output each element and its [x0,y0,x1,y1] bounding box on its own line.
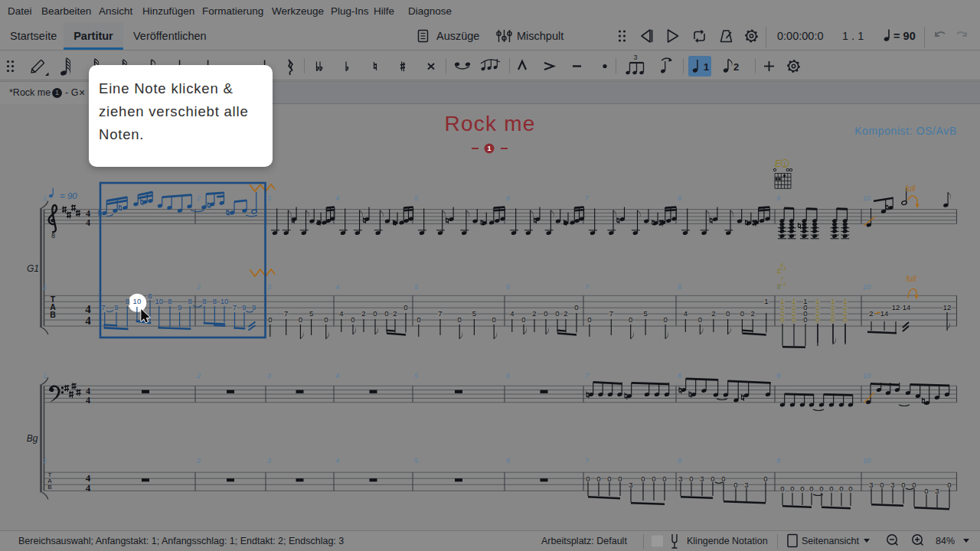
svg-text:6: 6 [506,372,510,380]
svg-text:7: 7 [438,309,442,318]
svg-text:0: 0 [721,474,725,483]
svg-text:8: 8 [202,297,206,305]
svg-text:B: B [50,310,56,319]
svg-text:4: 4 [510,309,514,318]
svg-text:10: 10 [133,297,142,305]
svg-text:0: 0 [698,315,702,324]
svg-text:1: 1 [487,145,491,152]
svg-text:0: 0 [521,315,525,324]
svg-text:8: 8 [213,297,217,305]
svg-text:0: 0 [324,315,328,324]
svg-text:0: 0 [912,481,916,489]
svg-text:G1: G1 [27,263,39,274]
svg-text:3: 3 [744,481,748,489]
svg-text:3: 3 [869,481,873,489]
svg-text:full: full [906,184,916,193]
svg-text:0: 0 [947,481,951,489]
svg-text:2: 2 [711,309,715,318]
svg-text:3: 3 [700,474,704,483]
svg-text:8: 8 [678,372,681,380]
svg-text:4: 4 [86,395,90,406]
svg-text:8: 8 [51,232,55,240]
svg-text:0: 0 [586,474,590,483]
svg-text:Bg: Bg [27,433,38,444]
svg-text:10: 10 [863,283,871,291]
svg-text:0: 0 [662,474,666,483]
svg-text:0: 0 [790,484,794,493]
svg-text:5: 5 [414,283,419,291]
svg-text:0: 0 [618,474,622,483]
svg-text:2: 2 [751,309,755,318]
svg-text:8: 8 [678,283,681,291]
svg-text:7: 7 [585,372,590,380]
svg-text:0: 0 [574,303,578,311]
svg-text:0: 0 [843,315,847,324]
svg-text:10: 10 [220,297,229,305]
svg-text:0: 0 [384,309,388,318]
svg-text:2: 2 [869,309,873,318]
svg-text:0: 0 [641,474,645,483]
svg-text:0: 0 [299,315,302,324]
svg-text:8: 8 [126,297,129,305]
svg-text:8: 8 [678,194,681,202]
svg-text:4: 4 [339,309,343,318]
svg-text:9: 9 [776,457,780,465]
svg-text:5: 5 [414,372,419,380]
svg-text:0: 0 [829,484,833,493]
svg-text:7: 7 [101,303,105,311]
svg-text:2: 2 [393,309,397,318]
svg-text:9: 9 [776,372,780,380]
svg-text:0: 0 [629,315,632,324]
svg-text:1: 1 [704,61,709,73]
svg-text:2: 2 [196,372,201,380]
svg-text:7: 7 [780,276,784,282]
svg-text:3: 3 [783,266,786,271]
svg-text:1: 1 [43,372,47,380]
svg-text:9: 9 [178,303,181,311]
svg-text:Rock me: Rock me [445,112,536,135]
svg-text:8: 8 [148,292,152,300]
svg-text:0: 0 [663,315,667,324]
svg-text:3: 3 [633,54,637,61]
svg-text:0: 0 [839,484,843,493]
svg-text:7: 7 [585,283,590,291]
svg-text:12: 12 [943,303,952,311]
svg-text:2: 2 [733,61,739,73]
svg-text:8: 8 [168,297,172,305]
svg-text:0: 0 [880,481,884,489]
svg-text:0: 0 [809,484,813,493]
svg-text:3: 3 [267,194,271,202]
svg-text:8: 8 [678,457,681,465]
svg-text:0: 0 [901,481,905,489]
svg-text:4: 4 [335,283,339,291]
svg-text:1: 1 [43,457,47,465]
svg-text:5: 5 [309,309,313,318]
svg-text:3: 3 [267,372,271,380]
svg-text:5: 5 [472,309,476,318]
svg-text:2: 2 [196,194,201,202]
svg-text:0: 0 [351,315,354,324]
svg-text:0: 0 [733,481,737,489]
svg-text:4: 4 [85,303,91,315]
svg-text:Komponist: OS/AvB: Komponist: OS/AvB [854,125,957,137]
svg-text:2: 2 [564,309,567,318]
svg-text:10: 10 [863,457,871,465]
svg-text:0: 0 [815,315,819,324]
svg-text:14: 14 [880,309,889,318]
svg-text:9: 9 [242,303,246,311]
svg-text:2: 2 [532,309,536,318]
svg-text:14: 14 [903,303,911,311]
svg-text:9: 9 [252,303,256,311]
svg-text:12: 12 [892,303,900,311]
svg-text:9: 9 [114,303,118,311]
svg-text:0: 0 [652,474,655,483]
svg-text:B: B [47,484,51,491]
svg-text:7: 7 [585,194,590,202]
svg-text:full: full [906,275,917,283]
svg-text:4: 4 [684,309,688,318]
svg-text:0: 0 [780,315,784,324]
svg-text:0: 0 [800,484,804,493]
svg-text:4: 4 [335,457,339,465]
svg-text:0: 0 [587,315,591,324]
svg-text:3: 3 [678,474,682,483]
